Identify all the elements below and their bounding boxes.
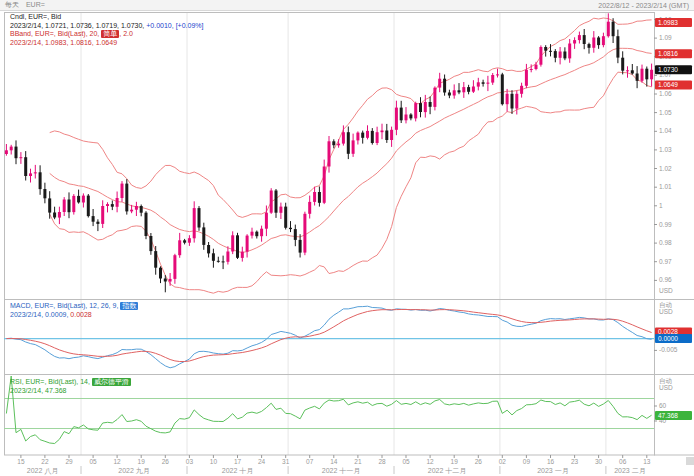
bband-legend-suffix: , 2.0 [119, 30, 133, 37]
svg-text:26: 26 [162, 458, 170, 465]
chart-window: 每天 EUR= 2022/8/12 - 2023/2/14 (GMT) 1.10… [0, 0, 694, 476]
svg-text:1.01: 1.01 [659, 183, 672, 190]
panel-frames [4, 13, 694, 466]
svg-text:0.99: 0.99 [659, 221, 672, 228]
svg-text:05: 05 [89, 458, 97, 465]
bband-legend-text: BBand, EUR=, Bid(Last), 20, [10, 30, 99, 37]
macd-panel-legend: MACD, EUR=, Bid(Last), 12, 26, 9, 指数 202… [10, 302, 138, 319]
month-label: 2023 一月 [537, 467, 569, 475]
svg-text:21: 21 [354, 458, 362, 465]
svg-text:1.02: 1.02 [659, 165, 672, 172]
svg-text:0.96: 0.96 [659, 276, 672, 283]
svg-text:06: 06 [619, 458, 627, 465]
svg-text:15: 15 [17, 458, 25, 465]
month-label: 2022 十一月 [322, 467, 361, 475]
macd-value: 2023/2/14, 0.0009, [10, 311, 68, 318]
svg-text:0.0000: 0.0000 [658, 335, 678, 342]
svg-text:05: 05 [402, 458, 410, 465]
candle-legend-text: Cndl, EUR=, Bid [10, 13, 61, 20]
price-axis: 1.101.091.081.071.061.051.041.031.021.01… [654, 16, 692, 295]
svg-text:12: 12 [113, 458, 121, 465]
svg-text:19: 19 [138, 458, 146, 465]
rsi-legend-values: 2023/2/14, 47.368 [10, 387, 131, 396]
bollinger-bands [50, 18, 652, 293]
month-label: 2022 十二月 [428, 467, 467, 475]
svg-text:22: 22 [41, 458, 49, 465]
price-axis-unit-label: USD [659, 287, 673, 294]
axis-corner-handle[interactable] [686, 457, 694, 465]
candle-legend-values: 2023/2/14, 1.0721, 1.0736, 1.0719, 1.073… [10, 22, 203, 31]
change-values: +0.0010, [+0.09%] [146, 22, 203, 29]
svg-text:1: 1 [659, 202, 663, 209]
svg-text:30: 30 [595, 458, 603, 465]
macd-legend-text: MACD, EUR=, Bid(Last), 12, 26, 9, [10, 302, 118, 309]
svg-text:0.98: 0.98 [659, 239, 672, 246]
bband-legend-values: 2023/2/14, 1.0983, 1.0816, 1.0649 [10, 39, 203, 48]
month-label: 2023 二月 [614, 467, 646, 475]
month-label: 2022 八月 [27, 467, 59, 475]
svg-text:1.0983: 1.0983 [658, 19, 678, 26]
svg-text:14: 14 [330, 458, 338, 465]
svg-text:1.03: 1.03 [659, 146, 672, 153]
month-label: 2022 九月 [118, 467, 150, 475]
candle-legend-title: Cndl, EUR=, Bid [10, 13, 203, 22]
svg-text:07: 07 [306, 458, 314, 465]
rsi-legend-text: RSI, EUR=, Bid(Last), 14, [10, 378, 90, 385]
svg-text:60: 60 [659, 402, 667, 409]
svg-text:1.0649: 1.0649 [658, 81, 678, 88]
svg-text:16: 16 [547, 458, 555, 465]
svg-text:24: 24 [258, 458, 266, 465]
svg-text:1.0816: 1.0816 [658, 50, 678, 57]
bband-legend-title: BBand, EUR=, Bid(Last), 20, 简单, 2.0 [10, 30, 203, 39]
svg-text:17: 17 [234, 458, 242, 465]
macd-legend-title: MACD, EUR=, Bid(Last), 12, 26, 9, 指数 [10, 302, 138, 311]
ohlc-values: 2023/2/14, 1.0721, 1.0736, 1.0719, 1.073… [10, 22, 144, 29]
svg-text:19: 19 [451, 458, 459, 465]
rsi-panel-legend: RSI, EUR=, Bid(Last), 14, 威尔德平滑 2023/2/1… [10, 378, 131, 395]
month-label: 2022 十月 [222, 467, 254, 475]
chart-canvas[interactable]: 1.101.091.081.071.061.051.041.031.021.01… [0, 0, 694, 476]
price-panel-legend: Cndl, EUR=, Bid 2023/2/14, 1.0721, 1.073… [10, 13, 203, 47]
svg-text:-0.005: -0.005 [659, 346, 678, 353]
rsi-value: 2023/2/14, 47.368 [10, 387, 66, 394]
svg-text:02: 02 [499, 458, 507, 465]
svg-text:29: 29 [65, 458, 73, 465]
rsi-axis: 自动USD604047.368 [654, 377, 692, 424]
macd-signal-value: 0.0028 [70, 311, 91, 318]
svg-text:1.09: 1.09 [659, 34, 672, 41]
svg-text:28: 28 [378, 458, 386, 465]
bband-ma-type-chip[interactable]: 简单 [101, 30, 119, 38]
rsi-smoothing-chip[interactable]: 威尔德平滑 [92, 378, 131, 386]
svg-text:13: 13 [643, 458, 651, 465]
svg-text:23: 23 [571, 458, 579, 465]
candles-layer [5, 13, 653, 292]
x-axis: 1522290512192603101724310714212805121926… [17, 455, 651, 475]
bband-values: 2023/2/14, 1.0983, 1.0816, 1.0649 [10, 39, 117, 46]
svg-text:10: 10 [210, 458, 218, 465]
svg-text:26: 26 [475, 458, 483, 465]
macd-ma-type-chip[interactable]: 指数 [120, 302, 138, 310]
svg-text:12: 12 [426, 458, 434, 465]
rsi-legend-title: RSI, EUR=, Bid(Last), 14, 威尔德平滑 [10, 378, 131, 387]
rsi-axis-unit-label: USD [659, 384, 673, 391]
macd-axis: 自动USD-0.0050.00280.0000 [654, 301, 692, 353]
macd-legend-values: 2023/2/14, 0.0009, 0.0028 [10, 311, 138, 320]
svg-text:0.97: 0.97 [659, 258, 672, 265]
macd-axis-unit-label: USD [659, 308, 673, 315]
svg-text:09: 09 [523, 458, 531, 465]
svg-text:1.05: 1.05 [659, 109, 672, 116]
svg-text:1.04: 1.04 [659, 127, 672, 134]
svg-text:31: 31 [282, 458, 290, 465]
svg-text:47.368: 47.368 [658, 412, 678, 419]
svg-text:03: 03 [186, 458, 194, 465]
svg-text:1.06: 1.06 [659, 90, 672, 97]
svg-text:1.0730: 1.0730 [658, 66, 678, 73]
